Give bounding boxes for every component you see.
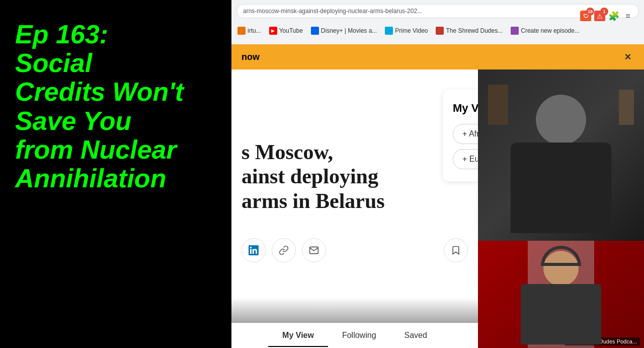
bottom-nav: My View Following Saved: [231, 323, 478, 348]
bookmark-article-button[interactable]: [444, 238, 468, 262]
person-body-bottom: [521, 284, 601, 344]
tab-my-view[interactable]: My View: [268, 325, 328, 347]
bookmark-label-prime: Prime Video: [395, 27, 428, 34]
bookmark-create[interactable]: Create new episode...: [509, 26, 582, 36]
article-headline: s Moscow, ainst deploying arms in Belaru…: [242, 140, 468, 213]
alert-count-badge: 1: [600, 8, 608, 16]
shelf-item-2: [619, 90, 634, 125]
video-feed-top: [478, 69, 644, 241]
puzzle-icon[interactable]: 🧩: [608, 11, 619, 22]
bookmark-shrewd[interactable]: The Shrewd Dudes...: [434, 26, 505, 36]
bookmark-disney[interactable]: Disney+ | Movies a...: [309, 26, 379, 36]
episode-title: Ep 163: Social Credits Won't Save You fr…: [15, 20, 186, 193]
bookmark-favicon-youtube: ▶: [269, 27, 277, 35]
video-feed-bottom: 🍁 The Shrewd Dudes Podca...: [478, 241, 644, 348]
bookmark-label-disney: Disney+ | Movies a...: [321, 27, 377, 34]
headline-part3: arms in Belarus: [242, 189, 385, 213]
notification-bar: now ×: [231, 44, 644, 69]
bookmark-label-youtube: YouTube: [279, 27, 303, 34]
bookmark-label-shrewd: The Shrewd Dudes...: [446, 27, 503, 34]
email-share-button[interactable]: [302, 238, 326, 262]
video-feeds: 🍁 The Shrewd Dudes Podca...: [478, 69, 644, 348]
video-bottom-bg: 🍁: [478, 241, 644, 348]
person-body-top: [511, 143, 611, 233]
tab-following[interactable]: Following: [328, 325, 390, 347]
browser-icons: 🛡 15 ⚠ 1 🧩 ≡: [580, 11, 633, 22]
person-head-top: [536, 95, 586, 145]
bookmark-favicon-prime: [385, 27, 393, 35]
bookmark-label-irtu: irtu...: [248, 27, 261, 34]
bookmark-favicon-irtu: [237, 27, 246, 35]
bookmark-favicon-create: [511, 27, 519, 35]
left-panel: Ep 163: Social Credits Won't Save You fr…: [0, 0, 196, 348]
linkedin-share-button[interactable]: [242, 238, 266, 262]
headline-part1: s Moscow,: [242, 141, 333, 164]
bookmark-prime[interactable]: Prime Video: [383, 26, 430, 36]
bookmark-irtu[interactable]: irtu...: [235, 26, 263, 36]
close-notification-button[interactable]: ×: [620, 49, 636, 65]
now-label: now: [242, 52, 260, 62]
tab-saved[interactable]: Saved: [390, 325, 441, 347]
address-text: arns-moscow-minsk-against-deploying-nucl…: [243, 8, 422, 15]
video-top-bg: [478, 69, 644, 241]
bookmark-label-create: Create new episode...: [521, 27, 580, 34]
bookmark-favicon-disney: [311, 27, 319, 35]
brave-shield-badge: 🛡 15: [580, 11, 591, 22]
headline-part2: ainst deploying: [242, 165, 378, 188]
browser-toolbar: irtu... ▶ YouTube Disney+ | Movies a... …: [231, 21, 644, 40]
address-bar[interactable]: arns-moscow-minsk-against-deploying-nucl…: [236, 4, 639, 18]
menu-icon[interactable]: ≡: [622, 11, 633, 22]
alert-badge: ⚠ 1: [594, 11, 605, 22]
browser-chrome: arns-moscow-minsk-against-deploying-nucl…: [231, 0, 644, 44]
brave-count-badge: 15: [586, 8, 594, 16]
shelf-item-1: [488, 85, 508, 125]
share-bar: [242, 228, 468, 262]
bookmark-youtube[interactable]: ▶ YouTube: [267, 26, 305, 36]
bookmark-favicon-shrewd: [436, 27, 444, 35]
copy-link-button[interactable]: [272, 238, 296, 262]
